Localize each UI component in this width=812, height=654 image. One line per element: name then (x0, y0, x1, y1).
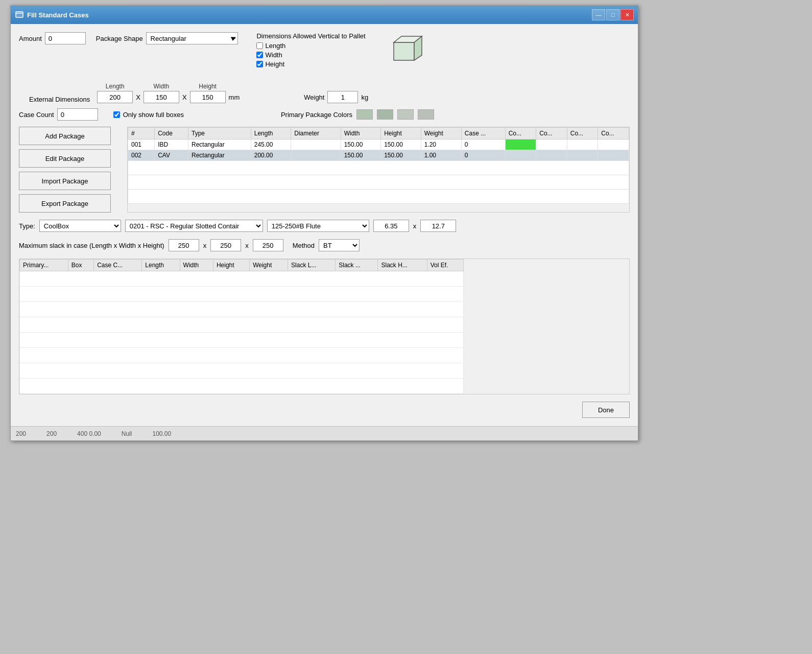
x-sep-1: X (136, 94, 140, 101)
export-package-button[interactable]: Export Package (19, 194, 111, 213)
status-val-2: 200 (46, 430, 57, 437)
svg-marker-2 (394, 42, 414, 60)
close-button[interactable]: ✕ (620, 9, 634, 20)
flute-select[interactable]: 125-250#B Flute (267, 220, 369, 232)
title-bar-left: Fill Standard Cases (15, 10, 89, 20)
vert-pallet-label2: Vertical to Pallet (318, 32, 365, 40)
type-label: Type: (19, 222, 35, 230)
length-dim-input[interactable] (97, 91, 133, 103)
table-row-empty-3 (128, 190, 629, 204)
cell-case-count: 0 (461, 139, 505, 150)
cell-color3-2 (567, 150, 598, 161)
cell-type: Rectangular (188, 150, 251, 161)
num1-input[interactable] (373, 220, 409, 232)
height-dim-col: Height (190, 83, 226, 103)
done-button[interactable]: Done (582, 402, 630, 418)
add-package-button[interactable]: Add Package (19, 127, 111, 145)
length-dim-label: Length (106, 83, 125, 90)
package-shape-label: Package Shape (96, 35, 143, 42)
color-swatch-2[interactable] (377, 109, 393, 120)
weight-group: Weight kg (304, 91, 368, 103)
res-col-volef: Vol Ef. (427, 260, 463, 271)
second-row: Case Count Only show full boxes Primary … (19, 108, 630, 121)
cell-color3 (567, 139, 598, 150)
external-dimensions-label: External Dimensions (29, 96, 90, 103)
cell-num: 002 (128, 150, 155, 161)
window-icon (15, 10, 24, 20)
cell-color4-2 (598, 150, 629, 161)
status-val-3: 400 0.00 (77, 430, 101, 437)
package-shape-group: Package Shape Rectangular Cylindrical Ot… (96, 32, 236, 44)
cell-case-count: 0 (461, 150, 505, 161)
results-row-empty-2 (20, 287, 464, 302)
table-row[interactable]: 002 CAV Rectangular 200.00 150.00 150.00… (128, 150, 629, 161)
type-select[interactable]: CoolBox (39, 220, 121, 232)
color-swatch-3[interactable] (397, 109, 414, 120)
col-case-count: Case ... (461, 128, 505, 139)
width-dim-input[interactable] (144, 91, 179, 103)
cell-width: 150.00 (341, 139, 381, 150)
length-check-label: Length (265, 42, 285, 50)
results-row-empty-7 (20, 363, 464, 379)
amount-input[interactable] (45, 32, 86, 44)
cell-color1 (505, 139, 536, 150)
length-checkbox[interactable] (256, 42, 263, 49)
slack-w-input[interactable] (210, 239, 241, 251)
minimize-button[interactable]: — (592, 9, 605, 20)
results-table-body (20, 271, 464, 394)
color-swatch-4[interactable] (418, 109, 434, 120)
results-row-empty-5 (20, 333, 464, 348)
length-check-item: Length (256, 42, 285, 50)
external-dimensions-row: External Dimensions Length X Width X Hei… (29, 83, 630, 103)
res-col-slackw: Slack ... (336, 260, 378, 271)
height-checkbox[interactable] (256, 61, 263, 67)
res-col-slackh: Slack H... (378, 260, 427, 271)
cell-weight: 1.00 (421, 150, 461, 161)
table-row[interactable]: 001 IBD Rectangular 245.00 150.00 150.00… (128, 139, 629, 150)
maximize-button[interactable]: □ (606, 9, 619, 20)
slack-l-input[interactable] (169, 239, 199, 251)
package-shape-select[interactable]: Rectangular Cylindrical Other (146, 32, 238, 44)
table-header-row: # Code Type Length Diameter Width Height… (128, 128, 629, 139)
col-co4: Co... (598, 128, 629, 139)
title-bar: Fill Standard Cases — □ ✕ (11, 6, 638, 24)
col-width: Width (341, 128, 381, 139)
results-table-container: Primary... Box Case C... Length Width He… (19, 259, 630, 394)
slack-h-input[interactable] (253, 239, 283, 251)
results-row-empty-1 (20, 271, 464, 287)
rsc-select[interactable]: 0201 - RSC - Regular Slotted Contair (125, 220, 263, 232)
results-header-row: Primary... Box Case C... Length Width He… (20, 260, 464, 271)
num2-input[interactable] (420, 220, 456, 232)
only-show-checkbox[interactable] (113, 111, 120, 118)
cell-code: IBD (155, 139, 188, 150)
status-val-4: Null (122, 430, 132, 437)
case-count-input[interactable] (57, 108, 98, 121)
cell-height: 150.00 (381, 150, 421, 161)
height-check-label: Height (265, 60, 284, 68)
results-row-empty-8 (20, 379, 464, 394)
weight-input[interactable] (327, 91, 358, 103)
col-type: Type (188, 128, 251, 139)
width-checkbox[interactable] (256, 52, 263, 58)
x-sep-slack-1: x (203, 242, 207, 249)
import-package-button[interactable]: Import Package (19, 172, 111, 190)
cell-diameter (291, 139, 341, 150)
cell-height: 150.00 (381, 139, 421, 150)
cell-color1-2 (505, 150, 536, 161)
res-col-box: Box (68, 260, 93, 271)
packages-table-container: # Code Type Length Diameter Width Height… (127, 127, 630, 213)
mm-label: mm (229, 94, 240, 101)
bottom-row: Done (19, 402, 630, 418)
height-dim-label: Height (199, 83, 217, 90)
height-dim-input[interactable] (190, 91, 226, 103)
width-dim-label: Width (154, 83, 170, 90)
col-co2: Co... (536, 128, 567, 139)
status-val-1: 200 (16, 430, 26, 437)
method-select[interactable]: BT TF BF (319, 239, 360, 251)
col-diameter: Diameter (291, 128, 341, 139)
amount-label: Amount (19, 35, 42, 42)
cell-code: CAV (155, 150, 188, 161)
color-swatch-1[interactable] (356, 109, 373, 120)
edit-package-button[interactable]: Edit Package (19, 149, 111, 168)
packages-table-body: 001 IBD Rectangular 245.00 150.00 150.00… (128, 139, 629, 204)
